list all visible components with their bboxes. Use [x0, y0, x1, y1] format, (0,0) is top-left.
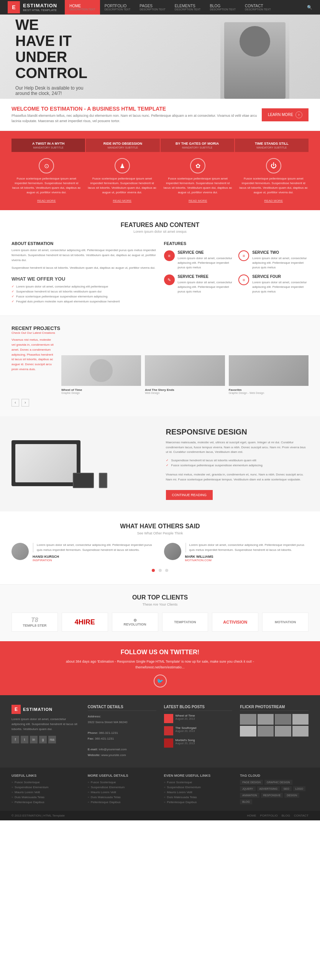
tag-5[interactable]: LOGO: [293, 786, 305, 791]
footer-link-0-2[interactable]: Mauris Lorem Velit: [11, 790, 80, 795]
red-tab-1[interactable]: Ride Into Obsession MANDATORY SUBTITLE: [86, 139, 159, 152]
tag-6[interactable]: ANIMATION: [240, 793, 259, 798]
tweet-text: about 384 days ago 'Estimation - Respons…: [64, 659, 256, 670]
social-facebook[interactable]: f: [11, 736, 19, 743]
red-tab-0[interactable]: A Twist In A Myth MANDATORY SUBTITLE: [11, 139, 85, 152]
hero-section: WE HAVE IT UNDER CONTROL Our Help Desk i…: [0, 15, 320, 99]
footer-link-0-3[interactable]: Duis Malesuada Telas: [11, 795, 80, 800]
footer-link-2-0[interactable]: Fusce Scelerisque: [164, 780, 233, 785]
tag-0[interactable]: PAGE DESIGN: [240, 780, 263, 785]
project-next-button[interactable]: ›: [21, 399, 29, 407]
mockup-tablet: [73, 473, 94, 488]
footer-link-1-0[interactable]: Fusce Scelerisque: [88, 780, 156, 785]
nav-home[interactable]: HOME DESCRIPTION TEXT: [65, 0, 100, 15]
project-type-2: Graphic Design - Web Design: [229, 392, 309, 394]
red-features-section: A Twist In A Myth MANDATORY SUBTITLE Rid…: [0, 131, 320, 210]
client-logo-1: 4HIRE: [62, 612, 108, 632]
footer-link-1-3[interactable]: Duis Malesuada Telas: [88, 795, 156, 800]
tag-7[interactable]: RESPONSIVE: [261, 793, 283, 798]
social-googleplus[interactable]: g: [39, 736, 47, 743]
red-tab-3[interactable]: Time Stands Still MANDATORY SUBTITLE: [235, 139, 309, 152]
social-rss[interactable]: rss: [48, 736, 56, 743]
footer-link-1-2[interactable]: Mauris Lorem Velit: [88, 790, 156, 795]
testimonials-subtitle: See What Other People Think: [11, 531, 309, 535]
testimonials-grid: Lorem ipsum dolor sit amet, consectetur …: [11, 543, 309, 562]
nav-portfolio[interactable]: PORTFOLIO DESCRIPTION TEXT: [100, 0, 135, 15]
client-logo-text-2: ⚙ REVOLUTION: [124, 618, 146, 626]
responsive-title: RESPONSIVE DESIGN: [166, 428, 309, 436]
footer-desc: Lorem ipsum dolor sit amet, consectetur …: [11, 717, 80, 732]
footer-link-2-3[interactable]: Duis Malesuada Telas: [164, 795, 233, 800]
nav-pages[interactable]: PAGES DESCRIPTION TEXT: [135, 0, 170, 15]
footer-link-1-1[interactable]: Suspendisse Elementum: [88, 785, 156, 790]
bottom-nav-contact[interactable]: CONTACT: [294, 814, 309, 817]
tag-1[interactable]: GRAPHIC DESIGN: [264, 780, 292, 785]
welcome-section: WELCOME TO ESTIMATION - A BUSINESS HTML …: [0, 99, 320, 131]
nav-elements-label: ELEMENTS: [175, 4, 195, 8]
read-more-3[interactable]: READ MORE: [264, 199, 283, 203]
blog-thumb-2: [164, 738, 173, 748]
flickr-7: [292, 726, 309, 737]
service-content-1: SERVICE TWO Lorem ipsum dolor sit amet, …: [252, 250, 309, 270]
footer-link-1-4[interactable]: Pellentesque Dapibus: [88, 800, 156, 805]
service-content-3: SERVICE FOUR Lorem ipsum dolor sit amet,…: [252, 274, 309, 294]
resp-check-0: Suspendisse hendrerit id lacus sit lobor…: [166, 458, 309, 463]
dot-1[interactable]: [159, 569, 162, 572]
flickr-2: [275, 714, 291, 725]
offer-block: WHAT WE OFFER YOU Lorem ipsum dolor sit …: [11, 276, 156, 304]
nav-pages-label: PAGES: [139, 4, 153, 8]
responsive-content: RESPONSIVE DESIGN Maecenas malesuada, mo…: [166, 428, 309, 500]
red-card-icon-2: ✿: [190, 158, 205, 173]
projects-title: RECENT PROJECTS: [11, 325, 60, 331]
footer-link-0-1[interactable]: Suspendisse Elementum: [11, 785, 80, 790]
tag-3[interactable]: ADVERTISING: [257, 786, 280, 791]
footer-link-2-4[interactable]: Pellentesque Dapibus: [164, 800, 233, 805]
tag-2[interactable]: JQUERY: [240, 786, 255, 791]
testimonial-0: Lorem ipsum dolor sit amet, consectetur …: [11, 543, 156, 562]
responsive-text1: Maecenas malesuada, molestie vel, ultric…: [166, 440, 309, 455]
dot-0[interactable]: [152, 569, 155, 572]
project-prev-button[interactable]: ‹: [11, 399, 19, 407]
continue-reading-button[interactable]: CONTINUE READING: [166, 490, 213, 500]
flickr-4: [240, 726, 256, 737]
features-right: FEATURES ≡ SERVICE ONE Lorem ipsum dolor…: [164, 241, 309, 304]
read-more-1[interactable]: READ MORE: [113, 199, 131, 203]
bottom-nav-blog[interactable]: BLOG: [282, 814, 290, 817]
dot-2[interactable]: [165, 569, 168, 572]
tag-8[interactable]: DESIGN: [284, 793, 299, 798]
footer-link-2-2[interactable]: Mauris Lorem Velit: [164, 790, 233, 795]
tag-9[interactable]: BLOG: [240, 799, 252, 804]
hero-subtitle: Our Help Desk is available to you around…: [15, 85, 92, 96]
twitter-icon[interactable]: 🐦: [154, 675, 167, 688]
project-item-0: Wheel of Time Graphic Design: [61, 355, 141, 394]
social-icons: f t in g rss: [11, 736, 80, 743]
nav-contact[interactable]: CONTACT DESCRIPTION TEXT: [240, 0, 276, 15]
footer-logo: E ESTIMATION: [11, 705, 80, 714]
nav-blog[interactable]: BLOG DESCRIPTION TEXT: [205, 0, 240, 15]
social-twitter[interactable]: t: [21, 736, 28, 743]
learn-more-button[interactable]: LEARN MORE ›: [262, 108, 309, 121]
site-header: E ESTIMATION BEST HTML TEMPLATE HOME DES…: [0, 0, 320, 15]
read-more-0[interactable]: READ MORE: [37, 199, 56, 203]
tag-4[interactable]: SEO: [281, 786, 292, 791]
social-linkedin[interactable]: in: [30, 736, 38, 743]
footer-blog-title: LATEST BLOG POSTS: [164, 705, 233, 711]
nav-elements[interactable]: ELEMENTS DESCRIPTION TEXT: [170, 0, 205, 15]
about-text2: Suspendisse hendrerit id lacus sit lobor…: [11, 266, 156, 271]
bottom-nav-portfolio[interactable]: PORTFOLIO: [260, 814, 278, 817]
project-name-0: Wheel of Time: [61, 388, 141, 392]
copyright-text: © 2013 ESTIMATION | HTML Template: [11, 814, 65, 817]
search-icon[interactable]: 🔍: [307, 5, 312, 10]
red-card-text-3: Fusce scelerisque pellentesque ipsum ame…: [239, 176, 309, 195]
client-logo-text-4: ACTIVISION: [223, 620, 247, 624]
bottom-nav: HOME PORTFOLIO BLOG CONTACT: [247, 814, 309, 817]
red-tab-2[interactable]: By The Gates of Moria MANDATORY SUBTITLE: [161, 139, 234, 152]
footer-link-0-4[interactable]: Pellentesque Dapibus: [11, 800, 80, 805]
footer-link-2-1[interactable]: Suspendisse Elementum: [164, 785, 233, 790]
red-cards: ⊙ Fusce scelerisque pellentesque ipsum a…: [11, 158, 309, 203]
flickr-0: [240, 714, 256, 725]
read-more-2[interactable]: READ MORE: [189, 199, 207, 203]
bottom-nav-home[interactable]: HOME: [247, 814, 256, 817]
offer-item-2: Fusce scelerisque pellentesque suspendis…: [11, 294, 156, 299]
footer-link-0-0[interactable]: Fusce Scelerisque: [11, 780, 80, 785]
